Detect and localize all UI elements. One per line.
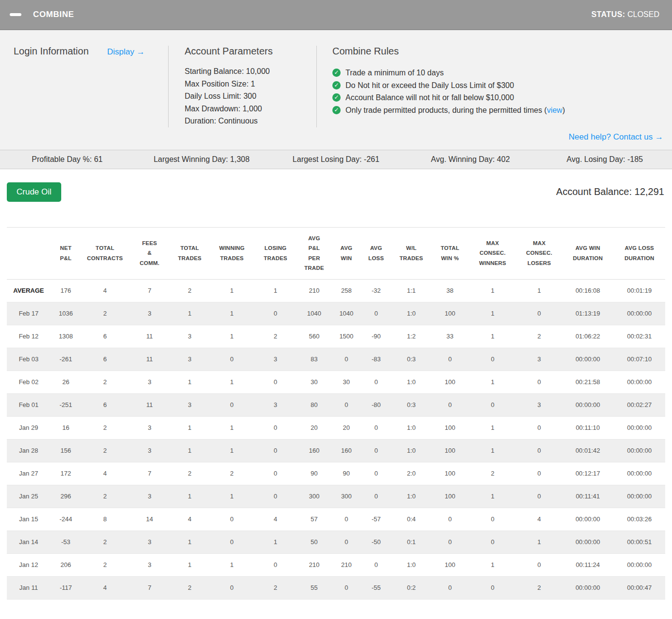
table-cell: 0:2	[392, 576, 431, 599]
rule-text: Account Balance will not hit or fall bel…	[345, 91, 514, 104]
table-cell: 1	[469, 325, 517, 348]
table-cell: 1:1	[392, 279, 431, 302]
minimize-icon[interactable]	[10, 13, 21, 16]
table-cell: 1	[469, 553, 517, 576]
table-cell: 00:21:58	[562, 371, 614, 393]
table-cell: 1	[209, 325, 255, 348]
table-cell: 00:07:10	[614, 348, 665, 371]
table-cell: 4	[171, 508, 209, 531]
row-label: Jan 11	[7, 576, 51, 599]
account-parameter: Daily Loss Limit: 300	[185, 90, 316, 103]
table-row: Jan 252962311030030001:01001000:11:4100:…	[7, 485, 665, 508]
table-cell: 14	[129, 508, 171, 531]
table-cell: 00:01:42	[562, 439, 614, 462]
table-cell: 1040	[332, 302, 361, 325]
table-cell: 2	[517, 576, 562, 599]
table-cell: 00:00:51	[614, 531, 665, 553]
table-cell: -53	[51, 531, 81, 553]
table-cell: -244	[51, 508, 81, 531]
table-cell: 0	[332, 348, 361, 371]
table-cell: 0	[431, 576, 469, 599]
table-cell: 176	[51, 279, 81, 302]
contact-us-link[interactable]: Need help? Contact us →	[569, 132, 663, 142]
table-cell: 100	[431, 416, 469, 439]
table-cell: 1	[469, 279, 517, 302]
table-cell: 00:01:19	[614, 279, 665, 302]
table-cell: 0	[431, 348, 469, 371]
row-label: AVERAGE	[7, 279, 51, 302]
table-cell: 2	[81, 416, 129, 439]
table-cell: 7	[129, 576, 171, 599]
table-row: Jan 14-5323101500-500:100100:00:0000:00:…	[7, 531, 665, 553]
window-title: COMBINE	[33, 10, 74, 19]
table-cell: 156	[51, 439, 81, 462]
table-cell: 0	[332, 508, 361, 531]
column-header: LOSING TRADES	[255, 227, 296, 279]
table-cell: 3	[129, 416, 171, 439]
table-cell: 0	[255, 302, 296, 325]
column-header: FEES & COMM.	[129, 227, 171, 279]
table-cell: 1:0	[392, 371, 431, 393]
table-cell: 57	[296, 508, 332, 531]
table-cell: 00:00:00	[614, 371, 665, 393]
table-cell: 0:1	[392, 531, 431, 553]
table-cell: 3	[129, 439, 171, 462]
login-information-section: Login Information Display →	[14, 46, 168, 127]
table-cell: 1	[209, 439, 255, 462]
table-cell: 00:02:27	[614, 393, 665, 416]
table-cell: 296	[51, 485, 81, 508]
table-cell: 1	[209, 371, 255, 393]
table-cell: 0	[361, 553, 391, 576]
status-value: CLOSED	[627, 10, 659, 18]
table-cell: 7	[129, 279, 171, 302]
table-cell: -50	[361, 531, 391, 553]
table-cell: 0	[431, 393, 469, 416]
table-cell: 1	[255, 279, 296, 302]
table-cell: 0	[255, 553, 296, 576]
table-cell: 1308	[51, 325, 81, 348]
column-header: W/L TRADES	[392, 227, 431, 279]
table-cell: 2	[171, 279, 209, 302]
table-cell: 1	[517, 279, 562, 302]
table-cell: -55	[361, 576, 391, 599]
balance-row: Crude Oil Account Balance: 12,291	[0, 169, 672, 202]
table-cell: 00:00:00	[614, 416, 665, 439]
table-cell: 0	[332, 531, 361, 553]
table-cell: 0	[469, 576, 517, 599]
table-row: Jan 11-11747202550-550:200200:00:0000:00…	[7, 576, 665, 599]
table-cell: 0	[255, 439, 296, 462]
status-label: STATUS:	[591, 10, 625, 18]
table-cell: -90	[361, 325, 391, 348]
row-label: Feb 17	[7, 302, 51, 325]
table-cell: 2	[81, 439, 129, 462]
table-cell: 4	[255, 508, 296, 531]
combine-rules-section: Combine Rules ✓Trade a minimum of 10 day…	[316, 46, 672, 127]
account-parameters-title: Account Parameters	[185, 46, 316, 57]
rule-text-suffix: )	[562, 104, 565, 117]
table-cell: 1040	[296, 302, 332, 325]
view-link[interactable]: view	[547, 104, 562, 117]
crude-oil-button[interactable]: Crude Oil	[7, 182, 61, 202]
display-link[interactable]: Display →	[107, 47, 145, 57]
table-cell: 1:0	[392, 302, 431, 325]
table-cell: 0:4	[392, 508, 431, 531]
table-cell: 0	[517, 302, 562, 325]
table-cell: 00:12:17	[562, 462, 614, 485]
table-cell: 0	[361, 416, 391, 439]
table-cell: 2	[209, 462, 255, 485]
table-cell: 3	[129, 302, 171, 325]
table-cell: 20	[332, 416, 361, 439]
table-cell: 1	[209, 485, 255, 508]
table-cell: 0:3	[392, 348, 431, 371]
check-icon: ✓	[332, 69, 341, 77]
table-row: AVERAGE17647211210258-321:1381100:16:080…	[7, 279, 665, 302]
table-cell: 1	[469, 302, 517, 325]
table-cell: 0	[209, 576, 255, 599]
combine-rules-list: ✓Trade a minimum of 10 days✓Do Not hit o…	[332, 67, 672, 116]
row-label: Feb 01	[7, 393, 51, 416]
table-cell: 90	[332, 462, 361, 485]
table-row: Feb 1213086113125601500-901:2331201:06:2…	[7, 325, 665, 348]
table-cell: 2	[171, 462, 209, 485]
table-cell: 100	[431, 553, 469, 576]
table-cell: 0	[431, 531, 469, 553]
